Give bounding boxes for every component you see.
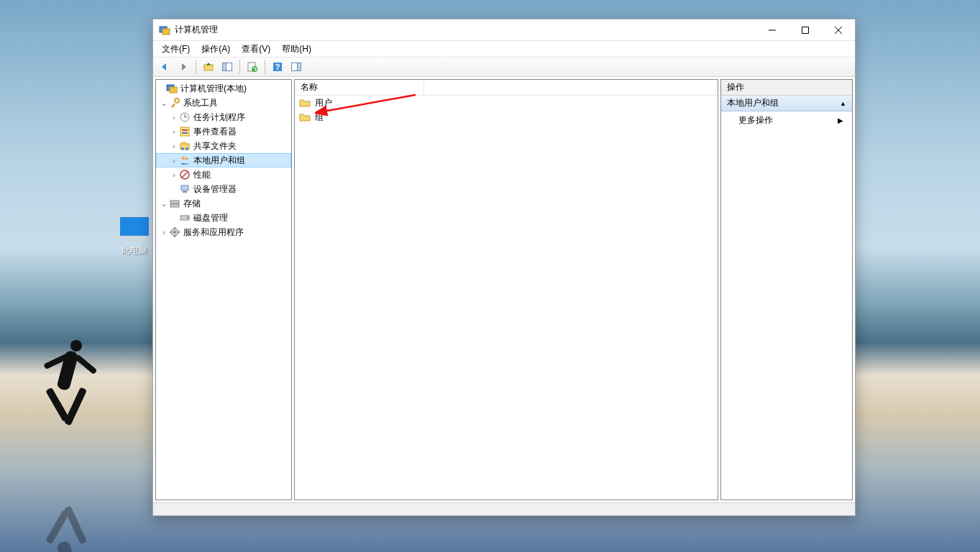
svg-point-25 [181,147,184,150]
show-actions-button[interactable] [288,59,305,75]
refresh-icon [247,61,258,73]
tree-task-scheduler[interactable]: › 任务计划程序 [156,110,291,124]
svg-rect-41 [170,231,172,233]
svg-rect-23 [182,132,188,134]
svg-rect-33 [170,201,179,203]
wallpaper-runner [22,322,108,466]
show-hide-tree-button[interactable] [219,59,236,75]
twisty-collapsed-icon[interactable]: › [169,114,179,121]
storage-icon [169,198,180,209]
titlebar[interactable]: 计算机管理 [153,19,855,41]
up-button[interactable] [200,59,217,75]
monitor-icon [119,216,150,237]
twisty-expanded-icon[interactable]: ⌄ [159,99,169,107]
tree-label: 本地用户和组 [193,155,245,167]
svg-rect-6 [204,65,213,70]
twisty-collapsed-icon[interactable]: › [169,171,179,179]
list-item-groups[interactable]: 组 [295,110,718,124]
tree-root[interactable]: ▶ 计算机管理(本地) [156,81,291,96]
svg-point-17 [175,98,179,103]
tree-storage[interactable]: ⌄ 存储 [156,196,291,211]
statusbar [153,502,855,515]
tools-icon [169,97,180,109]
svg-rect-22 [182,129,188,131]
actions-item-more[interactable]: 更多操作 ▶ [721,111,852,129]
forward-arrow-icon [178,61,189,73]
minimize-button[interactable] [756,19,789,40]
toolbar: ? [153,57,855,77]
actions-panel-title: 操作 [721,80,852,96]
tree-label: 性能 [193,169,211,181]
svg-rect-34 [170,204,179,207]
twisty-collapsed-icon[interactable]: › [159,229,169,236]
actions-section-header[interactable]: 本地用户和组 ▲ [721,96,852,111]
disk-mgmt-icon [179,212,191,224]
folder-icon [299,111,311,123]
tree-shared-folders[interactable]: › 共享文件夹 [156,139,291,153]
computer-mgmt-icon [166,83,178,94]
svg-rect-42 [178,231,180,233]
list-item-label: 用户 [315,97,332,109]
content-area: ▶ 计算机管理(本地) ⌄ 系统工具 › 任务计划程序 [153,77,855,502]
svg-rect-14 [298,63,301,71]
tree-disk-management[interactable]: › 磁盘管理 [156,211,291,225]
menu-file[interactable]: 文件(F) [157,42,194,57]
folder-up-icon [203,61,214,73]
tree-device-manager[interactable]: › 设备管理器 [156,182,291,196]
menu-action[interactable]: 操作(A) [197,42,234,57]
device-manager-icon [179,183,191,195]
svg-rect-39 [174,227,175,229]
computer-management-window: 计算机管理 文件(F) 操作(A) 查看(V) 帮助(H) [152,19,856,516]
svg-point-26 [186,147,188,150]
tree-performance[interactable]: › 性能 [156,167,291,182]
twisty-collapsed-icon[interactable]: › [169,142,179,150]
svg-rect-32 [183,191,187,193]
users-groups-icon [179,155,191,166]
window-title: 计算机管理 [175,24,218,36]
list-header[interactable]: 名称 [295,80,718,96]
tree-label: 计算机管理(本地) [180,83,247,95]
tree-system-tools[interactable]: ⌄ 系统工具 [156,96,291,110]
tree-label: 磁盘管理 [193,212,228,224]
svg-point-10 [252,66,257,72]
tree-label: 服务和应用程序 [183,226,244,239]
tree-label: 设备管理器 [193,183,237,196]
list-panel: 名称 用户 组 [294,79,718,500]
svg-point-38 [173,231,176,234]
close-button[interactable] [822,19,855,40]
refresh-button[interactable] [244,59,261,75]
tree-services-apps[interactable]: › 服务和应用程序 [156,225,291,239]
menu-view[interactable]: 查看(V) [237,42,275,57]
collapse-triangle-icon[interactable]: ▲ [840,100,846,107]
tree-event-viewer[interactable]: › 事件查看器 [156,124,291,139]
actions-panel: 操作 本地用户和组 ▲ 更多操作 ▶ [720,79,853,500]
folder-icon [299,97,311,109]
svg-rect-31 [181,185,188,190]
twisty-collapsed-icon[interactable]: › [169,128,179,136]
nav-tree[interactable]: ▶ 计算机管理(本地) ⌄ 系统工具 › 任务计划程序 [156,80,291,241]
forward-button[interactable] [175,59,192,75]
services-icon [169,226,180,238]
svg-rect-40 [174,235,175,237]
tree-label: 事件查看器 [193,126,237,138]
help-button[interactable]: ? [269,59,286,75]
svg-rect-16 [170,87,177,93]
svg-point-27 [182,157,186,160]
svg-text:?: ? [275,63,280,71]
twisty-collapsed-icon[interactable]: › [169,157,179,165]
submenu-arrow-icon: ▶ [838,116,843,124]
column-name[interactable]: 名称 [295,80,424,95]
tree-local-users-groups[interactable]: › 本地用户和组 [156,153,291,167]
back-button[interactable] [156,59,173,75]
maximize-button[interactable] [789,19,822,40]
tree-label: 共享文件夹 [193,140,237,152]
list-item-users[interactable]: 用户 [295,96,718,110]
actions-section-label: 本地用户和组 [727,97,779,109]
menu-help[interactable]: 帮助(H) [278,42,316,57]
twisty-expanded-icon[interactable]: ⌄ [159,200,169,208]
back-arrow-icon [159,61,170,73]
panes-icon [221,61,233,73]
svg-rect-21 [180,127,189,136]
performance-icon [179,169,191,180]
list-body[interactable]: 用户 组 [295,96,718,500]
